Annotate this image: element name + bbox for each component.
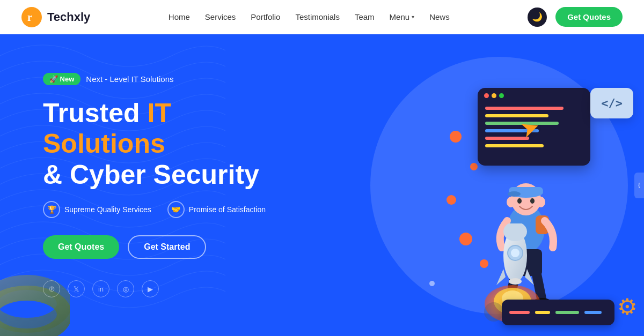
nav-item-testimonials[interactable]: Testimonials bbox=[295, 12, 340, 22]
dot-orange-1 bbox=[450, 131, 462, 143]
bottom-code-panel bbox=[502, 300, 614, 325]
nav-item-news[interactable]: News bbox=[429, 12, 450, 22]
quality-icon: 🏆 bbox=[43, 201, 60, 218]
nav-links: Home Services Portfolio Testimonials Tea… bbox=[169, 12, 450, 22]
nav-item-home[interactable]: Home bbox=[169, 12, 190, 22]
features-row: 🏆 Supreme Quality Services 🤝 Promise of … bbox=[43, 201, 290, 218]
dot-white-2 bbox=[429, 281, 435, 286]
hero-title: Trusted IT Solutions & Cyber Security bbox=[43, 98, 290, 191]
badge-new: 🚀 New bbox=[43, 73, 80, 85]
svg-text:r: r bbox=[27, 11, 32, 23]
gear-icon: ⚙ bbox=[617, 294, 638, 320]
dot-orange-3 bbox=[447, 195, 456, 205]
code-tag-card: </> bbox=[590, 88, 633, 118]
hero-section: 🚀 New Next - Level IT Solutions Trusted … bbox=[0, 34, 644, 336]
badge-row: 🚀 New Next - Level IT Solutions bbox=[43, 73, 290, 85]
nav-item-services[interactable]: Services bbox=[205, 12, 236, 22]
get-quotes-nav-button[interactable]: Get Quotes bbox=[555, 7, 623, 27]
logo-icon: r bbox=[21, 7, 42, 27]
dot-orange-4 bbox=[459, 233, 472, 245]
badge-subtitle: Next - Level IT Solutions bbox=[86, 74, 173, 84]
svg-point-10 bbox=[537, 197, 545, 207]
social-icons: ℗ 𝕏 in ◎ ▶ bbox=[43, 280, 290, 297]
youtube-icon[interactable]: ▶ bbox=[142, 280, 159, 297]
feature-satisfaction-text: Promise of Satisfaction bbox=[189, 205, 266, 214]
satisfaction-icon: 🤝 bbox=[167, 201, 185, 218]
code-tag-text: </> bbox=[601, 96, 623, 110]
hero-title-part1: Trusted bbox=[43, 98, 147, 128]
logo[interactable]: r Techxly bbox=[21, 7, 90, 27]
feature-satisfaction: 🤝 Promise of Satisfaction bbox=[167, 201, 266, 218]
svg-point-9 bbox=[507, 197, 515, 207]
hero-title-part2: & Cyber Security bbox=[43, 160, 259, 190]
chevron-down-icon: ▾ bbox=[412, 14, 414, 20]
svg-point-20 bbox=[511, 249, 519, 257]
nav-right: 🌙 Get Quotes bbox=[528, 7, 623, 27]
nav-item-team[interactable]: Team bbox=[355, 12, 375, 22]
cta-buttons: Get Quotes Get Started bbox=[43, 235, 290, 259]
sidebar-handle[interactable]: { bbox=[634, 173, 644, 198]
instagram-icon[interactable]: ◎ bbox=[117, 280, 134, 297]
nav-item-menu[interactable]: Menu ▾ bbox=[390, 12, 415, 21]
hero-content: 🚀 New Next - Level IT Solutions Trusted … bbox=[0, 41, 322, 330]
feature-quality: 🏆 Supreme Quality Services bbox=[43, 201, 151, 218]
svg-point-25 bbox=[484, 302, 503, 322]
nav-item-portfolio[interactable]: Portfolio bbox=[251, 12, 280, 22]
linkedin-icon[interactable]: in bbox=[92, 280, 109, 297]
hero-illustration: </> ➤ bbox=[333, 34, 644, 336]
feature-quality-text: Supreme Quality Services bbox=[64, 205, 151, 214]
get-started-button[interactable]: Get Started bbox=[128, 235, 206, 259]
svg-point-8 bbox=[508, 191, 521, 197]
brand-name: Techxly bbox=[47, 10, 90, 24]
pinterest-icon[interactable]: ℗ bbox=[43, 280, 60, 297]
twitter-icon[interactable]: 𝕏 bbox=[68, 280, 85, 297]
dark-mode-button[interactable]: 🌙 bbox=[528, 8, 547, 27]
svg-point-12 bbox=[530, 198, 535, 204]
navbar: r Techxly Home Services Portfolio Testim… bbox=[0, 0, 644, 34]
get-quotes-hero-button[interactable]: Get Quotes bbox=[43, 235, 119, 259]
svg-point-11 bbox=[517, 198, 522, 204]
